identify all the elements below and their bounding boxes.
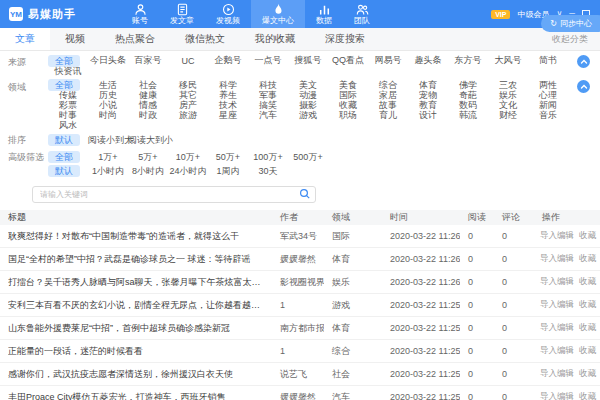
row-author: 影视圈视界: [272, 276, 324, 289]
filter-option[interactable]: 旅游: [168, 109, 208, 122]
import-edit-link[interactable]: 导入编辑: [540, 253, 574, 265]
nav-item-user[interactable]: 账号: [121, 0, 159, 28]
filter-option[interactable]: 汽车: [248, 109, 288, 122]
collapse-arrow-icon[interactable]: [577, 55, 590, 68]
table-row[interactable]: 山东鲁能外援费莱尼“中招”，首例中超球员确诊感染新冠南方都市报体育2020-03…: [0, 317, 600, 340]
table-row[interactable]: 国足“全村的希望”中招？武磊是确诊球员之一 球迷：等待辟谣媛媛馨然体育2020-…: [0, 248, 600, 271]
favorite-link[interactable]: 收藏: [579, 299, 596, 311]
row-reads: 0: [460, 254, 494, 264]
filter-option[interactable]: 30天: [248, 165, 288, 178]
import-edit-link[interactable]: 导入编辑: [540, 368, 574, 380]
row-comments: 0: [494, 323, 534, 333]
filter-option[interactable]: 快资讯: [48, 65, 88, 78]
filter-option[interactable]: 韩流: [448, 109, 488, 122]
filter-chip-active[interactable]: 默认: [48, 165, 80, 177]
collapse-arrow-icon[interactable]: [577, 80, 590, 93]
import-edit-link[interactable]: 导入编辑: [540, 391, 574, 400]
filter-option[interactable]: 100万+: [248, 151, 288, 164]
filter-option[interactable]: 财经: [488, 109, 528, 122]
table-row[interactable]: 耿爽怼得好！对散布“中国制造带毒”的造谣者，就得这么干军武34号国际2020-0…: [0, 225, 600, 248]
filter-option[interactable]: QQ看点: [328, 54, 368, 67]
tab-deep-search[interactable]: 深度搜索: [310, 28, 380, 50]
filter-option[interactable]: 1周内: [208, 165, 248, 178]
filter-options: 全部今日头条百家号UC企鹅号一点号搜狐号QQ看点网易号趣头条东方号大风号简书快资…: [48, 55, 592, 77]
search-row: [0, 181, 600, 208]
nav-item-flame[interactable]: 爆文中心: [251, 0, 305, 28]
filter-option[interactable]: 游戏: [288, 109, 328, 122]
favorite-link[interactable]: 收藏: [579, 391, 596, 400]
nav-item-chart[interactable]: 数据: [305, 0, 343, 28]
filter-option[interactable]: 10万+: [168, 151, 208, 164]
sync-center-button[interactable]: ↻ 同步中心: [541, 15, 600, 32]
nav-item-video[interactable]: 发视频: [205, 0, 251, 28]
tab-videos[interactable]: 视频: [50, 28, 100, 50]
filter-option[interactable]: 东方号: [448, 54, 488, 67]
filter-option[interactable]: 时政: [128, 109, 168, 122]
filter-option[interactable]: 1小时内: [88, 165, 128, 178]
tab-hot-aggregate[interactable]: 热点聚合: [100, 28, 170, 50]
search-input[interactable]: [32, 186, 316, 203]
import-edit-link[interactable]: 导入编辑: [540, 299, 574, 311]
row-domain: 游戏: [324, 299, 382, 312]
table-row[interactable]: 安利三本百看不厌的玄幻小说，剧情全程无尿点，让你越看越上瘾1游戏2020-03-…: [0, 294, 600, 317]
filter-option[interactable]: 音乐: [528, 109, 568, 122]
nav-item-team[interactable]: 团队: [343, 0, 381, 28]
filter-option[interactable]: 500万+: [288, 151, 328, 164]
filter-chip-active[interactable]: 全部: [48, 151, 80, 163]
table-row[interactable]: 感谢你们，武汉抗疫志愿者深情送别，徐州援汉白衣天使说艺飞社会2020-03-22…: [0, 363, 600, 386]
filter-option[interactable]: 今日头条: [88, 54, 128, 67]
search-icon[interactable]: [299, 186, 311, 204]
filter-option[interactable]: 网易号: [368, 54, 408, 67]
filter-option[interactable]: 星座: [208, 109, 248, 122]
table-row[interactable]: 打擂台？吴千语秀人脉晒与阿sa聊天，张馨月曝下午茶炫富太生活影视圈视界娱乐202…: [0, 271, 600, 294]
filter-option[interactable]: UC: [168, 56, 208, 66]
filter-option[interactable]: 一点号: [248, 54, 288, 67]
search-box: [32, 183, 316, 203]
table-row[interactable]: 正能量的一段话，迷茫的时候看看1综合2020-03-22 11:25:1900导…: [0, 340, 600, 363]
filter-option[interactable]: 8小时内: [128, 165, 168, 178]
filter-option[interactable]: 阅读小到大: [88, 134, 128, 147]
import-edit-link[interactable]: 导入编辑: [540, 230, 574, 242]
filter-option[interactable]: 趣头条: [408, 54, 448, 67]
filter-chip-active[interactable]: 默认: [48, 134, 80, 146]
row-author: 1: [272, 346, 324, 356]
filter-option[interactable]: 搜狐号: [288, 54, 328, 67]
filter-option[interactable]: 百家号: [128, 54, 168, 67]
favorite-link[interactable]: 收藏: [579, 368, 596, 380]
filter-option[interactable]: 时尚: [88, 109, 128, 122]
nav-item-article[interactable]: 发文章: [159, 0, 205, 28]
favorite-link[interactable]: 收藏: [579, 253, 596, 265]
favorite-link[interactable]: 收藏: [579, 345, 596, 357]
tab-articles[interactable]: 文章: [0, 28, 50, 50]
row-operations: 导入编辑收藏: [534, 299, 600, 311]
filter-option[interactable]: 5万+: [128, 151, 168, 164]
filter-option[interactable]: 企鹅号: [208, 54, 248, 67]
row-title: 感谢你们，武汉抗疫志愿者深情送别，徐州援汉白衣天使: [8, 368, 272, 381]
favorite-link[interactable]: 收藏: [579, 230, 596, 242]
filter-option[interactable]: 大风号: [488, 54, 528, 67]
import-edit-link[interactable]: 导入编辑: [540, 345, 574, 357]
filter-option[interactable]: 育儿: [368, 109, 408, 122]
table-row[interactable]: 丰田Proace City模仿五菱宏光，打造神车，西班牙销售媛媛馨然汽车2020…: [0, 386, 600, 400]
filter-row-sort: 排序默认阅读小到大阅读大到小: [8, 133, 592, 147]
import-edit-link[interactable]: 导入编辑: [540, 322, 574, 334]
filter-option[interactable]: 简书: [528, 54, 568, 67]
filter-option[interactable]: 1万+: [88, 151, 128, 164]
filter-option[interactable]: 50万+: [208, 151, 248, 164]
row-operations: 导入编辑收藏: [534, 230, 600, 242]
filter-option[interactable]: 阅读大到小: [128, 134, 168, 147]
row-author: 媛媛馨然: [272, 391, 324, 400]
filter-option[interactable]: 职场: [328, 109, 368, 122]
filter-option[interactable]: 风水: [48, 119, 88, 132]
favorite-link[interactable]: 收藏: [579, 322, 596, 334]
col-header-domain: 领域: [324, 211, 382, 224]
row-reads: 0: [460, 277, 494, 287]
filter-option[interactable]: 24小时内: [168, 165, 208, 178]
favorite-link[interactable]: 收藏: [579, 276, 596, 288]
filter-option[interactable]: 设计: [408, 109, 448, 122]
tab-favorites[interactable]: 我的收藏: [240, 28, 310, 50]
row-reads: 0: [460, 323, 494, 333]
import-edit-link[interactable]: 导入编辑: [540, 276, 574, 288]
row-reads: 0: [460, 300, 494, 310]
tab-wechat-hot[interactable]: 微信热文: [170, 28, 240, 50]
